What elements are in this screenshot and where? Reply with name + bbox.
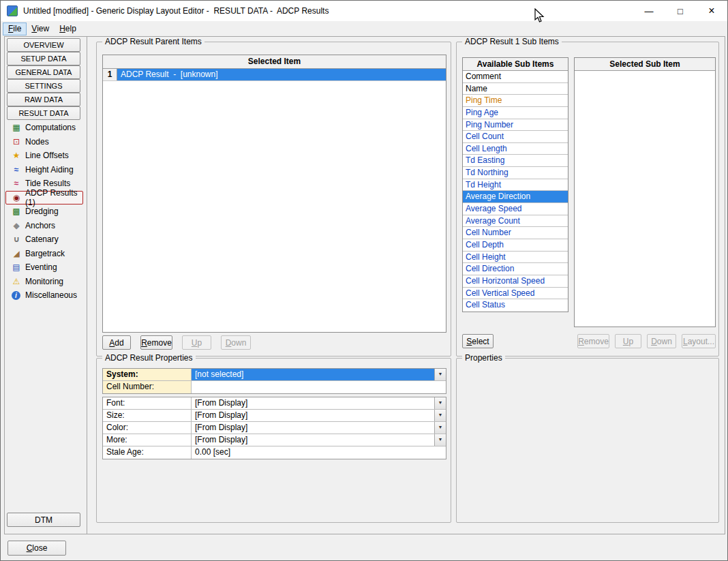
sidebar-item-nodes[interactable]: Nodes	[5, 135, 83, 149]
monitoring-icon	[11, 277, 22, 286]
group-label: Properties	[462, 353, 505, 363]
cell-number-value[interactable]	[192, 381, 446, 393]
sidebar-tab-raw-data[interactable]: RAW DATA	[7, 93, 80, 106]
sidebar-item-height-aiding[interactable]: Height Aiding	[5, 163, 83, 177]
property-label: Size:	[103, 410, 192, 421]
list-item[interactable]: Cell Horizontal Speed	[463, 275, 568, 288]
table-header: Selected Item	[103, 55, 446, 69]
list-item[interactable]: Ping Time	[463, 95, 568, 107]
sidebar-item-anchors[interactable]: Anchors	[5, 219, 83, 233]
down-button[interactable]: Down	[221, 335, 251, 350]
maximize-button[interactable]: □	[665, 1, 696, 21]
sidebar-item-label: Line Offsets	[25, 151, 69, 160]
remove-button[interactable]: Remove	[140, 335, 172, 350]
group-label: ADCP Result Properties	[102, 353, 196, 363]
list-item[interactable]: Cell Length	[463, 143, 568, 155]
app-icon	[7, 5, 18, 16]
sub-remove-button[interactable]: Remove	[577, 334, 609, 348]
list-item[interactable]: Ping Number	[463, 119, 568, 132]
tide-results-icon	[11, 179, 22, 188]
dtm-button[interactable]: DTM	[7, 513, 80, 527]
parent-items-group: ADCP Result Parent Items Selected Item 1…	[96, 42, 451, 357]
property-row-stale-age: Stale Age: 0.00 [sec]	[103, 446, 446, 459]
list-item[interactable]: Name	[463, 83, 568, 95]
menu-bar: File View Help	[1, 21, 727, 36]
more-value-dropdown[interactable]: [From Display]	[192, 434, 446, 446]
select-button[interactable]: Select	[462, 334, 494, 348]
miscellaneous-icon	[12, 291, 20, 300]
chevron-down-icon[interactable]	[434, 434, 446, 446]
list-item-selected[interactable]: Average Direction	[463, 191, 568, 203]
close-window-button[interactable]: ×	[696, 1, 727, 21]
list-item[interactable]: Cell Number	[463, 227, 568, 239]
list-item[interactable]: Comment	[463, 71, 568, 83]
chevron-down-icon[interactable]	[434, 422, 446, 434]
add-button[interactable]: Add	[102, 335, 131, 350]
sidebar-item-label: Eventing	[25, 262, 57, 272]
font-value-dropdown[interactable]: [From Display]	[192, 397, 446, 409]
sidebar-item-label: Bargetrack	[25, 249, 65, 258]
sidebar-item-line-offsets[interactable]: Line Offsets	[5, 149, 83, 163]
up-button[interactable]: Up	[182, 335, 211, 350]
sidebar-item-monitoring[interactable]: Monitoring	[5, 275, 83, 289]
list-item[interactable]: Cell Status	[463, 299, 568, 312]
list-item[interactable]: Ping Age	[463, 107, 568, 119]
sidebar-item-adcp-results[interactable]: ADCP Results (1)	[5, 191, 83, 205]
sidebar-tab-general-data[interactable]: GENERAL DATA	[7, 65, 80, 79]
stale-age-value[interactable]: 0.00 [sec]	[192, 446, 446, 459]
close-icon: ×	[708, 5, 714, 17]
list-item[interactable]: Cell Vertical Speed	[463, 288, 568, 300]
close-button[interactable]: Close	[7, 541, 66, 556]
menu-file[interactable]: File	[3, 23, 26, 35]
property-label: Color:	[103, 422, 192, 434]
sidebar-tab-settings[interactable]: SETTINGS	[7, 79, 80, 93]
minimize-button[interactable]: —	[633, 1, 665, 21]
sidebar-tab-result-data[interactable]: RESULT DATA	[7, 106, 80, 120]
sidebar-tab-overview[interactable]: OVERVIEW	[7, 38, 80, 52]
sidebar-item-label: ADCP Results (1)	[25, 188, 82, 207]
eventing-icon	[11, 262, 22, 272]
sub-down-button[interactable]: Down	[647, 334, 676, 348]
sidebar-tab-setup-data[interactable]: SETUP DATA	[7, 52, 80, 65]
bargetrack-icon	[11, 249, 22, 258]
catenary-icon	[11, 234, 22, 244]
property-row-more: More: [From Display]	[103, 434, 446, 446]
list-item[interactable]: Cell Direction	[463, 263, 568, 275]
property-label: More:	[103, 434, 192, 446]
sub-properties-group: Properties	[456, 358, 719, 523]
nodes-icon	[11, 137, 22, 147]
menu-view[interactable]: View	[27, 23, 54, 35]
list-item[interactable]: Td Height	[463, 179, 568, 192]
property-row-font: Font: [From Display]	[103, 397, 446, 410]
sidebar-item-bargetrack[interactable]: Bargetrack	[5, 247, 83, 261]
sidebar-item-label: Tide Results	[25, 179, 70, 188]
size-value-dropdown[interactable]: [From Display]	[192, 410, 446, 421]
sidebar-item-miscellaneous[interactable]: Miscellaneous	[5, 288, 83, 303]
list-item[interactable]: Td Easting	[463, 155, 568, 167]
list-item[interactable]: Average Speed	[463, 203, 568, 215]
list-item[interactable]: Cell Depth	[463, 239, 568, 252]
list-item[interactable]: Average Count	[463, 215, 568, 228]
anchors-icon	[11, 221, 22, 230]
sub-items-group: ADCP Result 1 Sub Items Available Sub It…	[456, 42, 719, 357]
sidebar-item-label: Monitoring	[25, 277, 63, 286]
chevron-down-icon[interactable]	[434, 397, 446, 409]
menu-help[interactable]: Help	[55, 23, 81, 35]
chevron-down-icon[interactable]	[434, 410, 446, 421]
list-item[interactable]: Cell Height	[463, 252, 568, 264]
sidebar-item-computations[interactable]: Computations	[5, 121, 83, 135]
window-title: Untitled [modified] - Generic Display La…	[23, 1, 329, 21]
color-value-dropdown[interactable]: [From Display]	[192, 422, 446, 434]
layout-button[interactable]: Layout...	[682, 334, 716, 348]
property-table-main: System: [not selected] Cell Number:	[102, 368, 446, 394]
dredging-icon	[11, 207, 22, 216]
list-item[interactable]: Td Northing	[463, 167, 568, 179]
table-row[interactable]: 1 ADCP Result - [unknown]	[103, 69, 446, 81]
system-value-dropdown[interactable]: [not selected]	[192, 369, 446, 380]
sub-up-button[interactable]: Up	[615, 334, 641, 348]
sidebar-item-label: Height Aiding	[25, 165, 74, 175]
list-item[interactable]: Cell Count	[463, 131, 568, 143]
sidebar-item-catenary[interactable]: Catenary	[5, 232, 83, 247]
sidebar-item-eventing[interactable]: Eventing	[5, 260, 83, 275]
chevron-down-icon[interactable]	[434, 369, 446, 380]
